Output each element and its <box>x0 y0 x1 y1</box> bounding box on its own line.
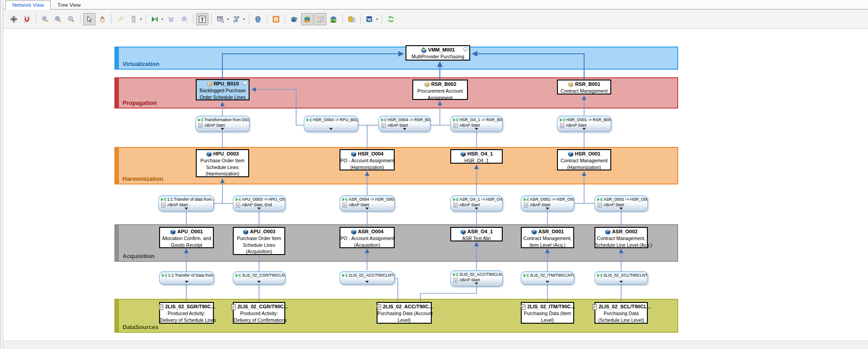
transformation-menu-button[interactable] <box>149 13 161 25</box>
abap-label: ABAP Start, End <box>242 203 272 208</box>
node-VMM_M001[interactable]: VMM_M001 MultiProvider Purchasing <box>406 45 470 61</box>
transformation-V5[interactable]: 2LIS_02_ITM/T90CLNT090 ->... <box>521 271 574 285</box>
note-icon[interactable] <box>463 47 468 52</box>
node-2LIS_02_ACC[interactable]: 2LIS_02_ACC/T90C... Purchasing Data (Acc… <box>377 302 432 324</box>
expand-caret-icon[interactable] <box>403 128 406 130</box>
export-table-button[interactable] <box>345 13 358 25</box>
expand-caret-icon[interactable] <box>619 208 623 210</box>
abap-icon <box>453 278 458 283</box>
transformation-T4[interactable]: HSR_O4_1 -> RSR_B002 ABAP Start <box>450 116 503 132</box>
dropdown-caret-icon[interactable]: ▾ <box>243 17 245 21</box>
edit-layers-button[interactable] <box>288 13 300 25</box>
node-ASR_O002[interactable]: ASR_O002 Contract Management, Schedule L… <box>594 227 648 248</box>
tab-tree-view[interactable]: Tree View <box>51 0 87 9</box>
show-layers-button[interactable] <box>301 13 313 25</box>
node-2LIS_02_SGR[interactable]: 2LIS_02_SGR/T90C... Produced Activity: D… <box>159 302 214 324</box>
expand-caret-icon[interactable] <box>257 281 261 283</box>
align-grid-button[interactable] <box>8 13 20 25</box>
transformation-T2[interactable]: HSR_O004 -> RPU_B010 <box>304 116 358 132</box>
node-2LIS_02_ITM[interactable]: 2LIS_02_ITM/T90C... Purchasing Data (Ite… <box>521 302 574 324</box>
paint-bucket-button[interactable] <box>252 13 264 25</box>
dropdown-caret-icon[interactable]: ▾ <box>140 17 142 21</box>
transformation-U4[interactable]: ASR_O4_1 -> HSR_O4_1 ABAP Start <box>450 195 503 212</box>
background-layers-button[interactable] <box>327 13 340 25</box>
node-RPU_B010[interactable]: RPU_B010 Backlogged Purchase Order Sched… <box>196 79 250 100</box>
horizontal-scrollbar[interactable] <box>3 340 868 349</box>
expand-caret-icon[interactable] <box>221 128 224 130</box>
transformation-U3[interactable]: ASR_O004 -> HSR_O004 ABAP Start <box>340 195 395 212</box>
magic-wand-icon <box>117 15 124 23</box>
text-display-mode-button[interactable] <box>196 13 208 25</box>
expand-caret-icon[interactable] <box>546 208 549 210</box>
filter-button[interactable] <box>231 13 243 25</box>
zoom-in-button[interactable] <box>39 13 51 25</box>
node-APU_O001[interactable]: APU_O001 Allocation Confirm. and Goods R… <box>159 227 214 248</box>
node-HPU_O003[interactable]: HPU_O003 Purchase Order Item Schedule Li… <box>196 149 249 177</box>
node-description: Produced Activity: <box>234 310 284 317</box>
node-RSR_B001[interactable]: RSR_B001 Contract Management <box>557 80 611 94</box>
collapse-all-button[interactable] <box>178 13 190 25</box>
node-HSR_O001[interactable]: HSR_O001 Contract Management (Harmonizat… <box>557 149 611 170</box>
node-ASR_O001[interactable]: ASR_O001 Contract Management, Item Level… <box>521 227 574 248</box>
transformation-icon <box>453 198 458 202</box>
expand-caret-icon[interactable] <box>475 128 478 130</box>
node-title: RSR_B001 <box>575 81 600 88</box>
note-icon[interactable] <box>242 81 248 86</box>
transformation-U6[interactable]: ASR_O002 -> HSR_O001 ABAP Start <box>594 195 648 212</box>
transformation-T1[interactable]: Transformation from DSO HP... ABAP Start <box>195 116 250 132</box>
transformation-V1[interactable]: 1:1 Transfer of Data from 2LIS... <box>159 271 214 285</box>
export-word-button[interactable] <box>363 13 376 25</box>
border-color-button[interactable] <box>270 13 282 25</box>
dropdown-caret-icon[interactable]: ▾ <box>227 17 229 21</box>
transformation-U1[interactable]: 1:1 Transfer of data from APU... ABAP St… <box>158 195 214 212</box>
expand-caret-icon[interactable] <box>365 281 369 283</box>
transformation-T5[interactable]: HSR_O001 -> RSR_B001 ABAP Start <box>557 116 611 132</box>
expand-all-button[interactable] <box>165 13 177 25</box>
snap-to-grid-button[interactable] <box>21 13 33 25</box>
select-pointer-button[interactable] <box>83 13 95 25</box>
left-splitter[interactable] <box>0 0 3 349</box>
dropdown-caret-icon[interactable]: ▾ <box>161 17 163 21</box>
node-APU_O003[interactable]: APU_O003 Purchase Order Item Schedule Li… <box>233 227 285 255</box>
transformation-V2[interactable]: 2LIS_02_CGR/T90CLNT090 ->... <box>233 271 285 285</box>
expand-caret-icon[interactable] <box>329 128 333 130</box>
expand-caret-icon[interactable] <box>582 128 586 130</box>
expand-caret-icon[interactable] <box>185 281 189 283</box>
data-preview-button[interactable] <box>214 13 226 25</box>
transformation-label: 2LIS_02_CGR/T90CLNT090 ->... <box>242 273 285 278</box>
expand-caret-icon[interactable] <box>475 208 478 210</box>
node-description: (Acquisition) <box>234 248 284 255</box>
transformation-V4[interactable]: 2LIS_02_ACC/T90CLNT090 ->... ABAP Start <box>450 270 503 287</box>
node-2LIS_02_CGR[interactable]: 2LIS_02_CGR/T90C... Produced Activity: D… <box>233 302 285 324</box>
node-HSR_O4_1[interactable]: HSR_O4_1 HSR_O4_1 <box>450 149 503 164</box>
node-description: Level) <box>377 317 431 324</box>
refresh-button[interactable] <box>385 13 397 25</box>
expand-caret-icon[interactable] <box>365 208 369 210</box>
node-ASR_O004[interactable]: ASR_O004 PO - Account Assignment (Acquis… <box>340 227 395 248</box>
expand-caret-icon[interactable] <box>184 208 188 210</box>
dropdown-caret-icon[interactable]: ▾ <box>376 17 378 21</box>
node-HSR_O004[interactable]: HSR_O004 PO - Account Assignment (Harmon… <box>340 149 395 170</box>
transformation-V3[interactable]: 2LIS_02_ACC/T90CLNT090 ->... <box>340 271 395 285</box>
node-title: HSR_O001 <box>575 151 600 157</box>
expand-caret-icon[interactable] <box>546 281 549 283</box>
transformation-U5[interactable]: ASR_O001 -> HSR_O001 ABAP Start <box>521 195 574 212</box>
expand-caret-icon[interactable] <box>619 281 623 283</box>
layout-options-button[interactable] <box>127 13 140 25</box>
node-2LIS_02_SCL[interactable]: 2LIS_02_SCL/T90CL... Purchasing Data (Sc… <box>594 302 648 324</box>
node-RSR_B002[interactable]: RSR_B002 Procurement Account Assignment <box>412 80 468 100</box>
expand-caret-icon[interactable] <box>257 208 261 210</box>
toolbar-separator <box>285 14 285 24</box>
transformation-V6[interactable]: 2LIS_02_SCL/T90CLNT090 ->... <box>594 271 648 285</box>
zoom-page-button[interactable] <box>52 13 64 25</box>
tab-network-view[interactable]: Network View <box>5 0 51 9</box>
pan-hand-button[interactable] <box>96 13 108 25</box>
auto-arrange-button[interactable] <box>114 13 127 25</box>
transformation-U2[interactable]: APU_O003 -> HPU_O003 ABAP Start, End <box>233 195 285 212</box>
transformation-T3[interactable]: HSR_O004 -> RSR_B002 ABAP Start <box>378 116 430 132</box>
zoom-out-button[interactable] <box>65 13 77 25</box>
color-palette-button[interactable] <box>314 13 326 25</box>
node-ASR_O4_1[interactable]: ASR_O4_1 ASR Test Alin <box>450 227 503 241</box>
node-description: Backlogged Purchase <box>197 87 249 94</box>
expand-caret-icon[interactable] <box>475 283 478 285</box>
